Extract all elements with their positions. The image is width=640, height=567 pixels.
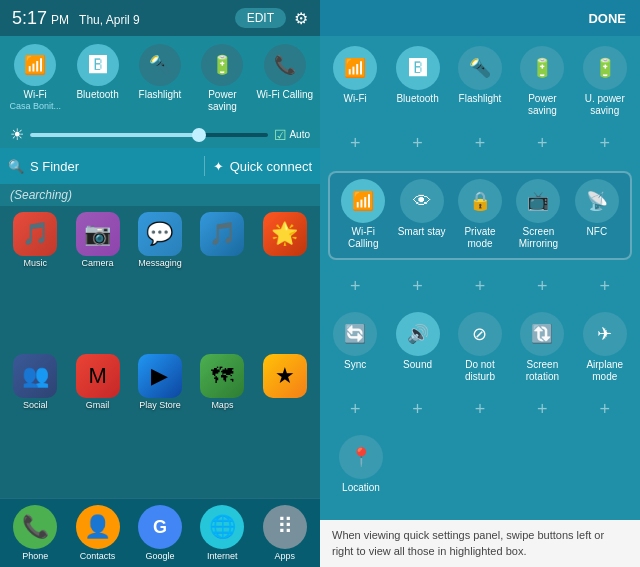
sync-toggle[interactable]: 🔄 Sync [326,312,384,383]
smart-stay-toggle[interactable]: 👁 Smart stay [394,179,448,250]
quick-connect-label: Quick connect [230,159,312,174]
app-name: Play Store [139,400,181,410]
screen-mirroring-toggle[interactable]: 📺 Screen Mirroring [511,179,565,250]
info-text: When viewing quick settings panel, swipe… [332,529,604,556]
do-not-disturb-toggle[interactable]: ⊘ Do not disturb [451,312,509,383]
quick-connect-icon: ✦ [213,159,224,174]
plus-icon[interactable]: + [396,387,440,431]
nfc-toggle[interactable]: 📡 NFC [570,179,624,250]
plus-icon[interactable]: + [583,264,627,308]
plus-icon[interactable]: + [333,387,377,431]
wifi-calling-right-icon: 📶 [341,179,385,223]
plus-icon[interactable]: + [583,387,627,431]
date-display: Thu, April 9 [79,13,140,27]
plus-icon[interactable]: + [333,121,377,165]
right-flashlight-toggle[interactable]: 🔦 Flashlight [451,46,509,117]
plus-icon[interactable]: + [396,264,440,308]
phone-dock-item[interactable]: 📞 Phone [13,505,57,561]
internet-label: Internet [207,551,238,561]
contacts-label: Contacts [80,551,116,561]
internet-dock-item[interactable]: 🌐 Internet [200,505,244,561]
plus-icon[interactable]: + [520,121,564,165]
app-name: Gmail [86,400,110,410]
wifi-calling-icon: 📞 [264,44,306,86]
right-bluetooth-toggle[interactable]: 🅱 Bluetooth [389,46,447,117]
wifi-sublabel: Casa Bonit... [9,101,61,111]
edit-button[interactable]: EDIT [235,8,286,28]
list-item[interactable]: 🗺 Maps [193,354,251,492]
power-saving-label: Power saving [193,89,251,113]
list-item[interactable]: 📷 Camera [68,212,126,350]
screen-rotation-toggle[interactable]: 🔃 Screen rotation [513,312,571,383]
sound-toggle[interactable]: 🔊 Sound [389,312,447,383]
right-u-power-icon: 🔋 [583,46,627,90]
private-mode-icon: 🔒 [458,179,502,223]
power-saving-icon: 🔋 [201,44,243,86]
plus-icon[interactable]: + [458,121,502,165]
airplane-mode-toggle[interactable]: ✈ Airplane mode [576,312,634,383]
plus-icon[interactable]: + [520,264,564,308]
location-toggle[interactable]: 📍 Location [332,435,390,494]
app-name: Social [23,400,48,410]
plus-icon[interactable]: + [583,121,627,165]
plus-row-3: + + + + + [324,387,636,431]
messaging-icon: 💬 [138,212,182,256]
list-item[interactable]: 💬 Messaging [131,212,189,350]
plus-icon[interactable]: + [333,264,377,308]
list-item[interactable]: ▶ Play Store [131,354,189,492]
google-dock-item[interactable]: G Google [138,505,182,561]
brightness-slider[interactable] [30,133,268,137]
contacts-dock-icon: 👤 [76,505,120,549]
apps-dock-item[interactable]: ⠿ Apps [263,505,307,561]
contacts-dock-item[interactable]: 👤 Contacts [76,505,120,561]
auto-brightness[interactable]: ☑ Auto [274,127,310,143]
wifi-calling-right-toggle[interactable]: 📶 Wi-Fi Calling [336,179,390,250]
flashlight-icon: 🔦 [139,44,181,86]
list-item[interactable]: 🌟 [256,212,314,350]
sync-label: Sync [344,359,366,371]
status-bar: 5:17 PM Thu, April 9 EDIT ⚙ [0,0,320,36]
list-item[interactable]: ★ [256,354,314,492]
phone-label: Phone [22,551,48,561]
done-button[interactable]: DONE [588,11,626,26]
plus-icon[interactable]: + [458,387,502,431]
list-item[interactable]: 🎵 [193,212,251,350]
left-panel: 5:17 PM Thu, April 9 EDIT ⚙ 📶 Wi-Fi Casa… [0,0,320,567]
bluetooth-icon: 🅱 [77,44,119,86]
do-not-disturb-icon: ⊘ [458,312,502,356]
plus-icon[interactable]: + [520,387,564,431]
list-item[interactable]: 👥 Social [6,354,64,492]
highlighted-row: 📶 Wi-Fi Calling 👁 Smart stay 🔒 Private m… [334,177,626,252]
wifi-toggle[interactable]: 📶 Wi-Fi Casa Bonit... [6,44,64,113]
wifi-calling-toggle[interactable]: 📞 Wi-Fi Calling [256,44,314,113]
ampm: PM [51,13,69,27]
list-item[interactable]: 🎵 Music [6,212,64,350]
wifi-calling-right-label: Wi-Fi Calling [336,226,390,250]
quick-connect-button[interactable]: ✦ Quick connect [213,159,312,174]
plus-icon[interactable]: + [396,121,440,165]
music-icon: 🎵 [13,212,57,256]
private-mode-toggle[interactable]: 🔒 Private mode [453,179,507,250]
internet-dock-icon: 🌐 [200,505,244,549]
smart-stay-icon: 👁 [400,179,444,223]
sync-icon: 🔄 [333,312,377,356]
flashlight-toggle[interactable]: 🔦 Flashlight [131,44,189,113]
s-finder-button[interactable]: 🔍 S Finder [8,159,196,174]
right-grid: 📶 Wi-Fi 🅱 Bluetooth 🔦 Flashlight 🔋 Power… [320,36,640,520]
right-wifi-toggle[interactable]: 📶 Wi-Fi [326,46,384,117]
right-flashlight-icon: 🔦 [458,46,502,90]
bluetooth-toggle[interactable]: 🅱 Bluetooth [69,44,127,113]
list-item[interactable]: M Gmail [68,354,126,492]
right-power-saving-label: Power saving [513,93,571,117]
apps-dock-icon: ⠿ [263,505,307,549]
power-saving-toggle[interactable]: 🔋 Power saving [193,44,251,113]
right-power-saving-icon: 🔋 [520,46,564,90]
right-panel: DONE 📶 Wi-Fi 🅱 Bluetooth 🔦 Flashlight 🔋 … [320,0,640,567]
right-row1: 📶 Wi-Fi 🅱 Bluetooth 🔦 Flashlight 🔋 Power… [324,44,636,119]
settings-icon[interactable]: ⚙ [294,9,308,28]
right-u-power-toggle[interactable]: 🔋 U. power saving [576,46,634,117]
plus-icon[interactable]: + [458,264,502,308]
right-bluetooth-icon: 🅱 [396,46,440,90]
search-row: 🔍 S Finder ✦ Quick connect [0,148,320,184]
right-power-saving-toggle[interactable]: 🔋 Power saving [513,46,571,117]
